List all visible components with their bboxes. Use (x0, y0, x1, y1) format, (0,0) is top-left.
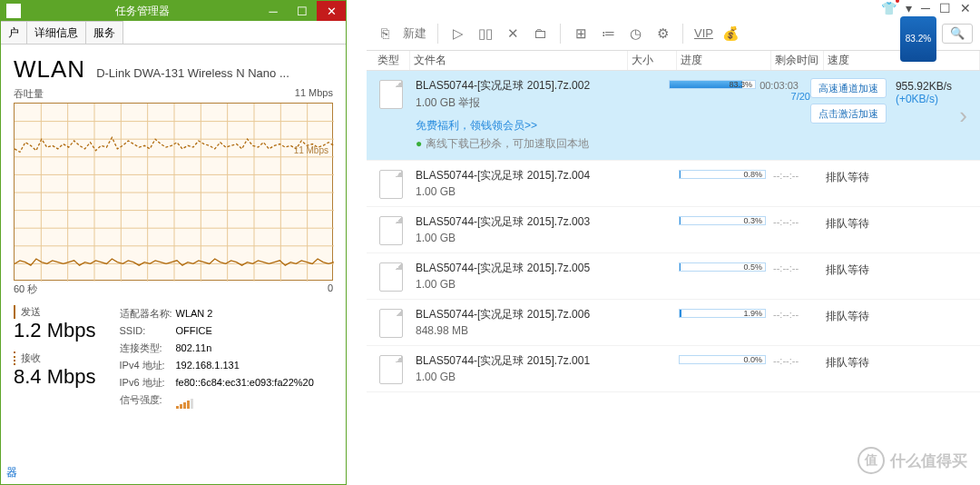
close-button[interactable]: ✕ (317, 1, 346, 21)
file-name: BLAS50744-[实况足球 2015].7z.001 (416, 353, 679, 369)
file-icon (379, 80, 403, 109)
progress-cell: 0.0% (679, 353, 773, 384)
speed: 排队等待 (826, 214, 975, 245)
file-icon (379, 309, 403, 338)
throughput-label: 吞吐量 (14, 87, 44, 101)
eta: 00:03:037/20 (760, 78, 810, 153)
recv-value: 8.4 Mbps (14, 365, 96, 389)
eta: --:--:-- (773, 168, 826, 199)
tab-details[interactable]: 详细信息 (26, 21, 86, 44)
download-row[interactable]: BLAS50744-[实况足球 2015].7z.004 1.00 GB 0.8… (367, 161, 980, 207)
pause-icon[interactable]: ▯▯ (475, 23, 496, 45)
col-progress[interactable]: 进度 (677, 51, 771, 70)
delete-icon[interactable]: ✕ (502, 23, 524, 45)
new-button[interactable]: 新建 (401, 23, 428, 45)
toolbar: ⎘ 新建 ▷ ▯▯ ✕ 🗀 ⊞ ≔ ◷ ⚙ VIP 💰 83.2% 🔍 (367, 16, 980, 51)
coin-icon[interactable]: 💰 (720, 23, 742, 45)
file-name: BLAS50744-[实况足球 2015].7z.004 (416, 168, 679, 183)
footer-link[interactable]: 器 (6, 465, 17, 480)
progress-cell: 1.9% (679, 307, 773, 338)
folder-icon[interactable]: 🗀 (529, 23, 551, 45)
wlan-heading: WLAN (14, 55, 85, 84)
speed: 排队等待 (826, 168, 975, 199)
progress-cell: 0.3% (679, 214, 773, 245)
report-link[interactable]: 举报 (458, 96, 480, 109)
file-name: BLAS50744-[实况足球 2015].7z.006 (416, 307, 679, 322)
signal-bars-icon (176, 391, 193, 409)
file-name: BLAS50744-[实况足球 2015].7z.005 (416, 261, 679, 276)
file-size: 1.00 GB (416, 232, 679, 244)
col-name[interactable]: 文件名 (410, 51, 628, 70)
send-label: 发送 (14, 305, 96, 319)
accel-button[interactable]: 高速通道加速 (810, 78, 887, 98)
play-icon[interactable]: ▷ (447, 23, 469, 45)
download-row[interactable]: BLAS50744-[实况足球 2015].7z.001 1.00 GB 0.0… (367, 346, 980, 392)
eta: --:--:-- (773, 307, 826, 338)
file-icon (379, 170, 403, 199)
speed: 排队等待 (826, 307, 975, 338)
watermark-logo-icon: 值 (858, 447, 885, 474)
eta: --:--:-- (773, 261, 826, 292)
col-size[interactable]: 大小 (628, 51, 677, 70)
activate-button[interactable]: 点击激活加速 (810, 104, 887, 124)
network-graph: 11 Mbps (14, 103, 333, 281)
download-list: BLAS50744-[实况足球 2015].7z.002 1.00 GB 举报 … (367, 71, 980, 392)
speed: 排队等待 (826, 353, 975, 384)
recv-label: 接收 (14, 351, 96, 365)
graph-inline-label: 11 Mbps (294, 145, 328, 155)
col-type[interactable]: 类型 (374, 51, 410, 70)
progress-cell: 0.5% (679, 261, 773, 292)
watermark: 值 什么值得买 (858, 447, 967, 474)
file-size: 848.98 MB (416, 324, 679, 337)
tab-users[interactable]: 户 (1, 21, 27, 44)
file-name: BLAS50744-[实况足球 2015].7z.002 (416, 78, 669, 94)
connection-info: 适配器名称:WLAN 2 SSID:OFFICE 连接类型:802.11n IP… (120, 305, 314, 409)
watermark-text: 什么值得买 (890, 450, 967, 471)
file-name: BLAS50744-[实况足球 2015].7z.003 (416, 214, 679, 230)
download-manager-window: 👕 ▾ ─ ☐ ✕ ⎘ 新建 ▷ ▯▯ ✕ 🗀 ⊞ ≔ ◷ ⚙ VIP 💰 83… (367, 0, 980, 485)
titlebar[interactable]: 任务管理器 ─ ☐ ✕ (1, 1, 346, 21)
window-title: 任务管理器 (26, 4, 259, 19)
maximize-button[interactable]: ☐ (288, 1, 317, 21)
vip-button[interactable]: VIP (692, 23, 715, 45)
axis-left: 60 秒 (14, 282, 37, 296)
check-icon: ● (416, 137, 422, 150)
file-icon (379, 216, 403, 245)
eta: --:--:-- (773, 214, 826, 245)
eta: --:--:-- (773, 353, 826, 384)
new-task-icon[interactable]: ⎘ (374, 23, 396, 45)
download-row[interactable]: BLAS50744-[实况足球 2015].7z.002 1.00 GB 举报 … (367, 71, 980, 161)
gear-icon[interactable]: ⚙ (652, 23, 673, 45)
progress-cell: 0.8% (679, 168, 773, 199)
file-icon (379, 262, 403, 292)
column-headers: 类型 文件名 大小 进度 剩余时间 速度 (367, 51, 980, 71)
adapter-name: D-Link DWA-131 Wireless N Nano ... (96, 66, 289, 80)
tab-services[interactable]: 服务 (85, 21, 123, 44)
download-row[interactable]: BLAS50744-[实况足球 2015].7z.006 848.98 MB 1… (367, 300, 980, 346)
clock-icon[interactable]: ◷ (624, 23, 646, 45)
shirt-icon[interactable]: 👕 (881, 1, 897, 15)
task-manager-window: 任务管理器 ─ ☐ ✕ 户 详细信息 服务 WLAN D-Link DWA-13… (0, 0, 347, 485)
download-row[interactable]: BLAS50744-[实况足球 2015].7z.005 1.00 GB 0.5… (367, 253, 980, 300)
tab-strip: 户 详细信息 服务 (1, 21, 346, 45)
file-size: 1.00 GB (416, 278, 679, 291)
file-size: 1.00 GB 举报 (416, 95, 669, 111)
col-eta[interactable]: 剩余时间 (771, 51, 824, 70)
search-button[interactable]: 🔍 (942, 24, 973, 44)
promo-link[interactable]: 免费福利，领钱领会员>> (416, 119, 537, 132)
file-size: 1.00 GB (416, 185, 679, 198)
graph-max-label: 11 Mbps (295, 87, 333, 101)
speed: 排队等待 (826, 261, 975, 292)
chevron-right-icon[interactable]: › (952, 78, 975, 153)
phone-widget[interactable]: 83.2% (900, 16, 936, 62)
list-icon[interactable]: ≔ (597, 23, 619, 45)
file-icon (379, 355, 403, 384)
speed: 955.92KB/s (+0KB/s) (896, 78, 952, 153)
grid-icon[interactable]: ⊞ (570, 23, 592, 45)
minimize-button[interactable]: ─ (259, 1, 288, 21)
download-row[interactable]: BLAS50744-[实况足球 2015].7z.003 1.00 GB 0.3… (367, 207, 980, 253)
send-value: 1.2 Mbps (14, 319, 96, 342)
app-icon (6, 4, 21, 18)
progress-cell: 83.3% (669, 78, 760, 153)
axis-right: 0 (328, 282, 333, 296)
